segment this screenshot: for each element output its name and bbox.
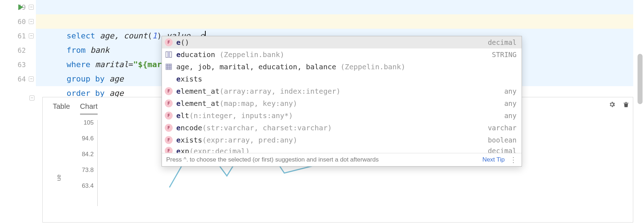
y-tick: 84.2 xyxy=(65,151,94,158)
function-icon: F xyxy=(165,147,173,153)
autocomplete-tip: Press ^. to choose the selected (or firs… xyxy=(166,156,477,163)
autocomplete-item-type: decimal xyxy=(488,38,517,46)
editor-root: 59 60 61 62 63 64 − − − − − %sql [7] sel… xyxy=(0,0,644,224)
function-icon: F xyxy=(165,99,173,107)
function-icon: F xyxy=(165,136,173,144)
column-icon xyxy=(165,51,173,59)
next-tip-link[interactable]: Next Tip xyxy=(482,156,505,163)
y-tick: 105 xyxy=(65,119,94,126)
autocomplete-item[interactable]: education (Zeppelin.bank)STRING xyxy=(162,48,522,61)
line-number: 64 xyxy=(0,72,26,86)
autocomplete-item-label: exists xyxy=(176,75,513,83)
autocomplete-item-type: any xyxy=(504,99,517,107)
fold-toggle[interactable]: − xyxy=(29,19,34,24)
line-number-gutter: 59 60 61 62 63 64 xyxy=(0,0,28,224)
autocomplete-item[interactable]: Fencode(str:varchar, charset:varchar)var… xyxy=(162,122,522,134)
autocomplete-item-type: STRING xyxy=(492,51,517,59)
fold-toggle[interactable]: − xyxy=(29,5,34,10)
autocomplete-item[interactable]: Fexists(expr:array, pred:any)boolean xyxy=(162,134,522,146)
run-cell-button[interactable] xyxy=(14,0,28,14)
tab-table[interactable]: Table xyxy=(53,102,70,115)
y-axis-label: ue xyxy=(56,174,62,181)
autocomplete-item[interactable]: exists xyxy=(162,73,522,85)
code-line-active[interactable]: select age, count(1) value, e xyxy=(36,14,633,29)
y-tick: 73.8 xyxy=(65,167,94,174)
keyword-icon xyxy=(165,75,173,83)
autocomplete-item[interactable]: Felement_at(map:map, key:any)any xyxy=(162,97,522,109)
autocomplete-list[interactable]: Fe()decimaleducation (Zeppelin.bank)STRI… xyxy=(162,36,522,153)
autocomplete-item-type: any xyxy=(504,87,517,95)
vertical-scrollbar[interactable] xyxy=(638,54,643,104)
function-icon: F xyxy=(165,38,173,46)
autocomplete-footer: Press ^. to choose the selected (or firs… xyxy=(162,153,522,166)
autocomplete-item-type: decimal xyxy=(488,147,517,153)
play-icon xyxy=(18,4,24,10)
autocomplete-item-label: age, job, marital, education, balance (Z… xyxy=(176,62,513,71)
more-icon[interactable]: ⋮ xyxy=(510,158,517,162)
autocomplete-item-type: boolean xyxy=(488,136,517,144)
y-tick: 94.6 xyxy=(65,135,94,142)
fold-column: − − − − xyxy=(28,0,36,224)
line-number: 61 xyxy=(0,29,26,43)
svg-rect-4 xyxy=(168,52,170,57)
autocomplete-item-type: varchar xyxy=(488,124,517,132)
output-toolbar xyxy=(608,101,629,110)
autocomplete-item-label: education (Zeppelin.bank) xyxy=(176,50,488,59)
autocomplete-item-label: element_at(map:map, key:any) xyxy=(176,99,501,108)
function-icon: F xyxy=(165,87,173,95)
autocomplete-item-label: exp(expr:decimal) xyxy=(176,147,484,153)
function-icon: F xyxy=(165,124,173,132)
table-icon xyxy=(165,63,173,71)
autocomplete-item-label: e() xyxy=(176,38,484,47)
autocomplete-item[interactable]: Fe()decimal xyxy=(162,36,522,48)
settings-icon[interactable] xyxy=(608,101,616,110)
trash-icon[interactable] xyxy=(623,101,629,110)
svg-marker-0 xyxy=(18,4,23,10)
autocomplete-item-label: exists(expr:array, pred:any) xyxy=(176,136,484,144)
autocomplete-item[interactable]: Felt(n:integer, inputs:any*)any xyxy=(162,109,522,122)
autocomplete-item[interactable]: age, job, marital, education, balance (Z… xyxy=(162,61,522,73)
line-number: 62 xyxy=(0,43,26,57)
svg-rect-5 xyxy=(166,64,172,70)
tab-chart[interactable]: Chart xyxy=(80,102,98,115)
autocomplete-item-label: encode(str:varchar, charset:varchar) xyxy=(176,123,484,132)
code-line[interactable]: %sql [7] xyxy=(36,0,633,14)
output-fold-toggle[interactable]: − xyxy=(29,95,34,101)
line-number: 60 xyxy=(0,14,26,29)
fold-toggle[interactable]: − xyxy=(29,33,34,38)
autocomplete-item[interactable]: Felement_at(array:array, index:integer)a… xyxy=(162,85,522,97)
line-number: 63 xyxy=(0,57,26,72)
autocomplete-popup: Fe()decimaleducation (Zeppelin.bank)STRI… xyxy=(162,36,522,167)
autocomplete-item-type: any xyxy=(504,112,517,120)
autocomplete-item-label: elt(n:integer, inputs:any*) xyxy=(176,111,501,120)
y-tick: 63.4 xyxy=(65,182,94,190)
autocomplete-item-label: element_at(array:array, index:integer) xyxy=(176,87,501,95)
fold-toggle[interactable]: − xyxy=(29,76,34,81)
autocomplete-item[interactable]: Fexp(expr:decimal)decimal xyxy=(162,146,522,153)
function-icon: F xyxy=(165,112,173,120)
